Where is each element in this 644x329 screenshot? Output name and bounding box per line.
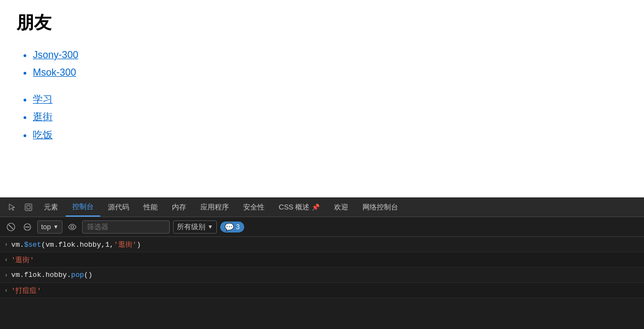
clear-console-button[interactable] <box>4 220 18 234</box>
tab-performance[interactable]: 性能 <box>137 197 164 217</box>
tab-security[interactable]: 安全性 <box>237 197 271 217</box>
hobby-item[interactable]: 学习 <box>33 90 628 108</box>
filter-input[interactable] <box>82 220 170 234</box>
chevron-down-icon: ▼ <box>208 224 213 230</box>
devtools-panel: 元素 控制台 源代码 性能 内存 应用程序 安全性 CSS 概述 📌 欢迎 网络… <box>0 197 644 329</box>
hobby-item[interactable]: 吃饭 <box>33 126 628 144</box>
tab-application[interactable]: 应用程序 <box>194 197 235 217</box>
eye-icon[interactable] <box>66 220 79 234</box>
main-content: 朋友 Jsony-300 Msok-300 学习 逛街 吃饭 <box>0 0 644 197</box>
pin-icon: 📌 <box>312 203 320 211</box>
friend-item[interactable]: Msok-300 <box>33 64 628 81</box>
chevron-down-icon: ▼ <box>53 224 59 230</box>
devtools-toolbar: top ▼ 所有级别 ▼ 💬 3 <box>0 217 644 237</box>
message-icon: 💬 <box>225 223 234 231</box>
friend-item[interactable]: Jsony-300 <box>33 46 628 64</box>
output-chevron-1: ‹ <box>4 257 8 263</box>
level-dropdown[interactable]: 所有级别 ▼ <box>173 220 217 234</box>
tab-welcome[interactable]: 欢迎 <box>327 197 355 217</box>
input-chevron-1: › <box>4 241 8 248</box>
svg-rect-0 <box>25 204 32 211</box>
input-chevron-2: › <box>4 272 8 279</box>
friend-list: Jsony-300 Msok-300 <box>16 46 628 82</box>
tab-memory[interactable]: 内存 <box>165 197 193 217</box>
svg-rect-1 <box>27 206 30 209</box>
block-button[interactable] <box>21 220 34 234</box>
tab-sources[interactable]: 源代码 <box>101 197 136 217</box>
hobby-list: 学习 逛街 吃饭 <box>16 90 628 144</box>
tab-network-console[interactable]: 网络控制台 <box>356 197 405 217</box>
svg-point-6 <box>71 225 73 228</box>
tab-elements[interactable]: 元素 <box>37 197 65 217</box>
console-input-line-1: › vm.$set(vm.flok.hobby,1,'逛街') <box>0 237 644 252</box>
context-dropdown[interactable]: top ▼ <box>37 220 62 234</box>
devtools-tabs-bar: 元素 控制台 源代码 性能 内存 应用程序 安全性 CSS 概述 📌 欢迎 网络… <box>0 197 644 217</box>
output-chevron-2: ‹ <box>4 287 8 294</box>
svg-line-3 <box>9 225 13 229</box>
message-badge[interactable]: 💬 3 <box>220 222 244 232</box>
page-title: 朋友 <box>16 11 628 35</box>
tab-console[interactable]: 控制台 <box>66 197 100 217</box>
devtools-cursor-icon[interactable] <box>4 200 20 215</box>
tab-css-overview[interactable]: CSS 概述 📌 <box>272 197 326 217</box>
console-output-line-1: ‹ '逛街' <box>0 252 644 268</box>
console-output-line-2: ‹ '打痘痘' <box>0 283 644 298</box>
console-input-line-2: › vm.flok.hobby.pop() <box>0 268 644 283</box>
hobby-item[interactable]: 逛街 <box>33 108 628 126</box>
devtools-inspect-icon[interactable] <box>21 200 36 215</box>
console-output: › vm.$set(vm.flok.hobby,1,'逛街') ‹ '逛街' ›… <box>0 237 644 329</box>
